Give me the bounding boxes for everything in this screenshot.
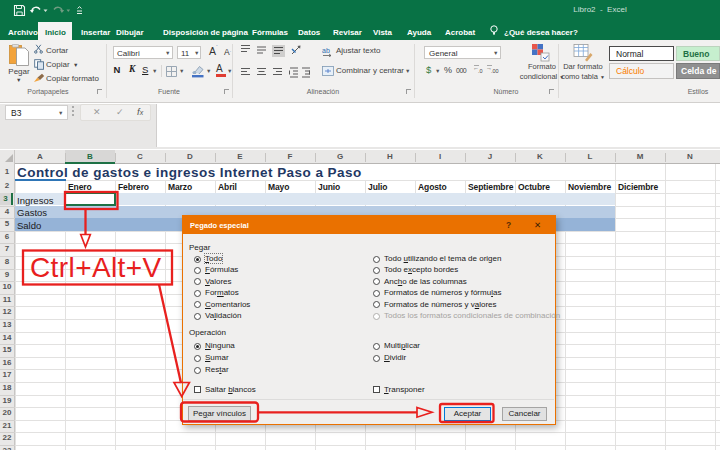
svg-text:.00: .00 [491,68,499,74]
svg-text:ab: ab [322,47,330,54]
svg-text:.0: .0 [478,68,483,74]
